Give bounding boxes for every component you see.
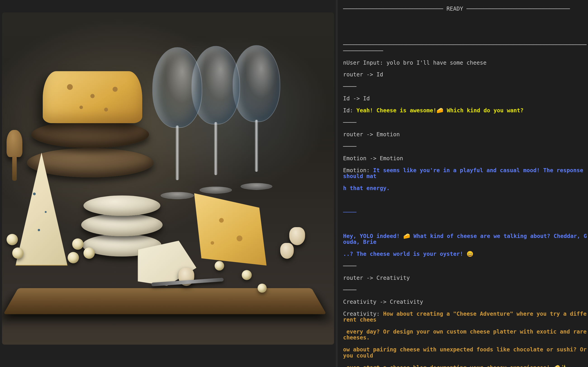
cheese-illustration <box>2 12 334 345</box>
ready-header: ────────────────────────────── READY ───… <box>343 6 588 12</box>
wine-glass-1 <box>152 47 202 199</box>
router-to-creativity: router -> Creativity <box>343 275 588 281</box>
router-to-emotion: router -> Emotion <box>343 132 588 137</box>
emotion-response-cont: h that energy. <box>343 185 588 191</box>
wooden-board <box>3 288 326 314</box>
emotion-response: Emotion: It seems like you're in a playf… <box>343 167 588 179</box>
terminal-output-panel[interactable]: ────────────────────────────── READY ───… <box>338 0 588 367</box>
creativity-response-b: every day? Or design your own custom che… <box>343 329 588 341</box>
separator: ──── <box>343 263 588 269</box>
garlic-bulb <box>280 243 294 259</box>
separator: ──── <box>343 287 588 293</box>
creativity-response: Creativity: How about creating a "Cheese… <box>343 311 588 323</box>
grape <box>215 261 224 270</box>
creativity-response-d: even start a cheese blog documenting you… <box>343 365 588 367</box>
separator-blue: ──── <box>343 209 588 215</box>
separator-long: ────────────────────────────────────────… <box>343 42 588 54</box>
garlic-bulb <box>289 227 305 245</box>
generated-image-frame[interactable] <box>2 12 334 345</box>
grape <box>12 247 24 259</box>
yolo-response-b: ..? The cheese world is your oyster! 😄 <box>343 251 588 257</box>
router-to-id: router -> Id <box>343 72 588 77</box>
separator: ──── <box>343 120 588 125</box>
id-response-1: Id: Yeah! Cheese is awesome!🧀 Which kind… <box>343 108 588 113</box>
separator: ──── <box>343 83 588 90</box>
creativity-to-creativity: Creativity -> Creativity <box>343 299 588 305</box>
separator: ──── <box>343 143 588 149</box>
creativity-response-c: ow about pairing cheese with unexpected … <box>343 347 588 359</box>
swiss-cheese-round <box>43 71 142 123</box>
swiss-cheese-wedge <box>194 193 267 266</box>
grape <box>258 284 267 293</box>
cheese-wheel-top <box>31 121 149 148</box>
emotion-to-emotion: Emotion -> Emotion <box>343 156 588 161</box>
grape <box>72 238 84 250</box>
wooden-press-handle <box>7 130 22 157</box>
id-to-id: Id -> Id <box>343 96 588 101</box>
grape <box>68 252 79 263</box>
grape <box>84 247 95 259</box>
panel-splitter[interactable] <box>336 0 338 367</box>
app-container: ────────────────────────────── READY ───… <box>0 0 588 367</box>
yolo-response-a: Hey, YOLO indeed! 🧀 What kind of cheese … <box>343 233 588 245</box>
grape <box>7 234 18 245</box>
user-input-line: nUser Input: yolo bro I'll have some che… <box>343 60 588 66</box>
grape <box>242 270 252 280</box>
image-preview-panel <box>0 0 336 367</box>
